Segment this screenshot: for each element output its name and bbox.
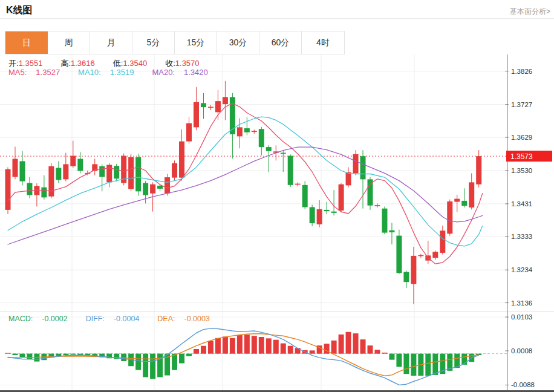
tab-60min[interactable]: 60分 <box>259 31 302 54</box>
macd-bar <box>244 335 250 353</box>
macd-bar <box>194 349 199 354</box>
macd-bar <box>374 350 380 353</box>
tab-month[interactable]: 月 <box>90 31 132 54</box>
candle-body <box>447 201 452 234</box>
macd-bar <box>186 354 192 356</box>
candle-body <box>259 129 264 147</box>
candle-body <box>244 128 250 132</box>
macd-bar <box>432 354 438 375</box>
macd-axis-label: -0.0088 <box>511 381 535 388</box>
candle-body <box>186 123 192 142</box>
price-axis-label: 1.3234 <box>511 266 533 273</box>
macd-bar <box>368 345 373 354</box>
candle-body <box>418 255 423 256</box>
candle-body <box>382 209 387 233</box>
macd-bar <box>346 332 351 354</box>
macd-bar <box>208 341 213 353</box>
candle-body <box>157 186 163 189</box>
candle-body <box>48 166 54 197</box>
macd-bar <box>215 338 221 354</box>
candle-body <box>302 185 308 207</box>
macd-bar <box>281 344 286 354</box>
macd-bar <box>63 354 68 355</box>
candle-body <box>476 156 481 185</box>
macd-bar <box>382 353 387 354</box>
macd-dea: DEA:-0.0003 <box>157 315 219 323</box>
ohlc-close: 收:1.3570 <box>165 59 208 68</box>
candle-body <box>19 161 25 181</box>
candle-body <box>70 156 76 166</box>
macd-bar <box>310 350 315 353</box>
price-axis-label: 1.3136 <box>511 299 532 307</box>
candle-body <box>41 188 47 198</box>
candle-body <box>295 184 301 185</box>
price-axis-label: 1.3727 <box>511 101 532 108</box>
tab-week[interactable]: 周 <box>48 31 90 54</box>
candle-body <box>201 103 206 107</box>
candle-body <box>237 127 243 136</box>
price-axis-label: 1.3333 <box>511 233 532 240</box>
candle-body <box>223 97 228 104</box>
macd-bar <box>157 354 163 377</box>
candle-body <box>317 209 322 224</box>
macd-bar <box>331 341 337 354</box>
macd-bar <box>288 346 293 354</box>
candle-body <box>208 107 213 108</box>
tab-day[interactable]: 日 <box>5 31 48 54</box>
candle-body <box>469 182 474 207</box>
ma-ma10: MA10:1.3519 <box>78 68 143 77</box>
macd-bar <box>135 354 141 370</box>
candle-body <box>128 157 134 189</box>
price-axis-label: 1.3530 <box>511 167 532 174</box>
candle-body <box>389 230 394 232</box>
candle-body <box>281 153 286 154</box>
macd-bar <box>121 354 126 361</box>
candle-body <box>374 205 380 206</box>
kline-chart-canvas[interactable]: 1.38261.37271.36291.35301.34311.33331.32… <box>0 54 554 392</box>
tab-30min[interactable]: 30分 <box>217 31 259 54</box>
tab-4hour[interactable]: 4时 <box>302 31 344 54</box>
tab-5min[interactable]: 5分 <box>132 31 175 54</box>
candle-body <box>179 142 184 178</box>
macd-bar <box>19 354 25 358</box>
macd-axis-label: 0.0103 <box>511 313 532 321</box>
macd-bar <box>201 346 206 354</box>
ma5-line <box>8 103 483 264</box>
candle-body <box>346 172 351 186</box>
candle-body <box>266 147 272 151</box>
macd-bar <box>179 354 184 364</box>
candle-body <box>353 154 359 174</box>
macd-bar <box>172 354 177 370</box>
ohlc-high: 高:1.3616 <box>60 59 103 68</box>
macd-diff: DIFF:-0.0004 <box>86 315 149 323</box>
timeframe-tab-bar: 日周月5分15分30分60分4时 <box>5 31 345 54</box>
candle-body <box>143 183 148 195</box>
macd-bar <box>223 336 228 353</box>
ohlc-open: 开:1.3551 <box>8 59 51 68</box>
macd-bar <box>425 354 431 376</box>
ma-legend: MA5:1.3527MA10:1.3519MA20:1.3420 <box>8 68 226 77</box>
candle-body <box>135 157 141 192</box>
price-axis-label: 1.3431 <box>511 200 532 207</box>
candle-body <box>230 97 235 134</box>
candle-body <box>440 230 445 253</box>
candle-body <box>114 166 119 178</box>
page-title: K线图 <box>6 4 33 17</box>
macd-bar <box>396 354 402 367</box>
fundamental-analysis-link[interactable]: 基本面分析> <box>510 7 550 17</box>
candle-body <box>165 177 170 194</box>
macd-bar <box>27 354 32 359</box>
tab-15min[interactable]: 15分 <box>175 31 217 54</box>
macd-bar <box>389 354 394 360</box>
price-axis-label: 1.3826 <box>511 68 532 75</box>
ohlc-low: 低:1.3540 <box>113 59 156 68</box>
price-axis-label: 1.3629 <box>511 134 532 141</box>
macd-bar <box>353 333 359 354</box>
macd-bar <box>150 354 155 379</box>
candle-body <box>5 169 11 210</box>
candle-body <box>411 256 416 284</box>
candle-body <box>331 212 337 213</box>
candle-body <box>288 156 293 185</box>
macd-bar <box>5 353 11 353</box>
candle-body <box>150 185 155 194</box>
